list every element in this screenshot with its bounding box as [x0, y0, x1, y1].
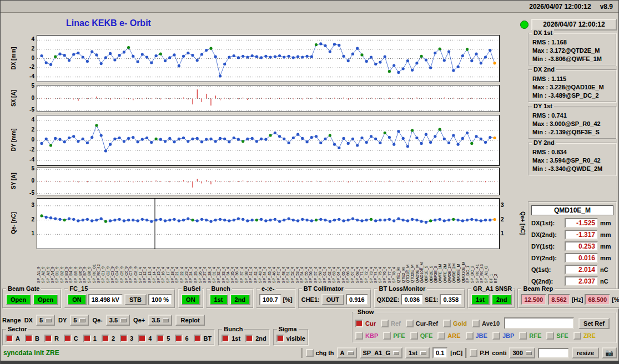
x-axis-label: SP_72_4 [364, 251, 369, 283]
toggle-JBP[interactable]: JBP [492, 332, 514, 340]
qxd2e-label: QXD2E: [377, 296, 400, 303]
qmd-row: DX(1st): -1.525 mm [531, 218, 613, 228]
toggle-Ave10[interactable]: Ave10 [472, 320, 500, 327]
range-dx-select[interactable]: 5 [36, 315, 55, 326]
toggle-A[interactable]: A [6, 335, 20, 342]
count-input[interactable] [538, 348, 569, 358]
bunch-order-select[interactable]: 1st [405, 347, 430, 358]
checkbox[interactable] [245, 335, 253, 342]
checkbox[interactable] [120, 335, 128, 342]
ph-checkbox[interactable] [470, 349, 477, 357]
stat-max: Max : 3.228@QAD10E_M [532, 83, 614, 92]
qmd-row: DY(2nd): 0.016 mm [531, 253, 613, 263]
checkbox[interactable] [102, 335, 109, 342]
checkbox[interactable] [175, 335, 183, 342]
checkbox[interactable] [437, 332, 445, 340]
sigma-visible-toggle[interactable]: visible [276, 335, 305, 342]
checkbox[interactable] [194, 335, 202, 342]
checkbox[interactable] [25, 335, 33, 342]
checkbox[interactable] [472, 320, 480, 327]
checkbox[interactable] [6, 335, 13, 342]
checkbox[interactable] [157, 335, 164, 342]
toggle-ZRE[interactable]: ZRE [573, 332, 596, 340]
checkbox[interactable] [83, 335, 91, 342]
bunch-1st-button[interactable]: 1st [209, 294, 228, 305]
set-ref-button[interactable]: Set Ref [578, 318, 610, 329]
toggle-RFE[interactable]: RFE [519, 332, 541, 340]
checkbox[interactable] [383, 332, 391, 340]
che1-out-button[interactable]: OUT [321, 294, 344, 305]
toggle-C[interactable]: C [64, 335, 78, 342]
checkbox[interactable] [443, 320, 451, 327]
checkbox[interactable] [546, 332, 554, 340]
bottom-strip [1, 361, 619, 364]
replot-button[interactable]: Replot [175, 315, 204, 326]
checkbox[interactable] [222, 335, 229, 342]
toggle-2nd[interactable]: 2nd [245, 335, 266, 342]
toggle-Gold[interactable]: Gold [443, 320, 467, 327]
stat-min: Min : -2.139@QBF3E_S [532, 128, 614, 136]
conti-label: conti [492, 350, 506, 356]
checkbox[interactable] [355, 320, 363, 327]
toggle-B[interactable]: B [25, 335, 39, 342]
gr-a1-1st-button[interactable]: 1st [471, 294, 490, 305]
checkbox[interactable] [492, 332, 500, 340]
toggle-1st[interactable]: 1st [222, 335, 240, 342]
toggle-Cur[interactable]: Cur [355, 320, 376, 327]
x-axis-label: SP_76_4 [383, 251, 387, 283]
y-tick-label: 2 [22, 216, 34, 223]
chg-th-toggle[interactable]: chg th [306, 349, 334, 357]
checkbox[interactable] [355, 332, 363, 340]
device-select[interactable]: SP_A1_G [360, 347, 403, 358]
beam-gate-open1-button[interactable]: Open [6, 294, 31, 305]
range-qep-select[interactable]: 3.5 [148, 315, 172, 326]
checkbox[interactable] [466, 332, 474, 340]
toggle-QFE[interactable]: QFE [410, 332, 433, 340]
checkbox[interactable] [64, 335, 72, 342]
toggle-SFE[interactable]: SFE [546, 332, 568, 340]
checkbox[interactable] [44, 335, 52, 342]
toggle-ARE[interactable]: ARE [437, 332, 460, 340]
fc15-on-button[interactable]: ON [67, 294, 87, 305]
ref-input[interactable] [504, 317, 574, 329]
checkbox[interactable] [410, 332, 418, 340]
toggle-6[interactable]: 6 [175, 335, 188, 342]
busel-on-button[interactable]: ON [181, 294, 200, 305]
toggle-2[interactable]: 2 [102, 335, 115, 342]
checkbox[interactable] [406, 320, 414, 327]
toggle-JBE[interactable]: JBE [466, 332, 487, 340]
toggle-BT[interactable]: BT [194, 335, 212, 342]
beam-gate-open2-button[interactable]: Open [33, 294, 58, 305]
toggle-KBP[interactable]: KBP [355, 332, 378, 340]
sigma-visible-checkbox[interactable] [276, 335, 284, 342]
toggle-1[interactable]: 1 [83, 335, 97, 342]
range-dy-select[interactable]: 5 [70, 315, 89, 326]
sigma-group-title: Sigma [277, 326, 299, 332]
toggle-PFE[interactable]: PFE [383, 332, 405, 340]
chg-th-checkbox[interactable] [306, 349, 314, 357]
toggle-Cur-Ref[interactable]: Cur-Ref [406, 320, 438, 327]
range-qem-select[interactable]: 3.5 [106, 315, 130, 326]
count-select[interactable]: 300 [509, 347, 535, 358]
gr-a1-2nd-button[interactable]: 2nd [491, 294, 512, 305]
fc15-stb-button[interactable]: STB [124, 294, 147, 305]
toggle-Ref[interactable]: Ref [381, 320, 401, 327]
toggle-R[interactable]: R [44, 335, 59, 342]
sector-select[interactable]: A [337, 347, 357, 358]
bunch-2nd-button[interactable]: 2nd [230, 294, 251, 305]
checkbox[interactable] [519, 332, 527, 340]
fc15-group-title: FC_15 [68, 285, 89, 292]
checkbox[interactable] [138, 335, 146, 342]
x-axis-label: SP_13_4 [148, 251, 152, 283]
x-axis-label: QBF2E_S [429, 251, 434, 283]
camera-button[interactable]: 📷 [602, 347, 617, 358]
checkbox[interactable] [381, 320, 389, 327]
plot-ylabel: DX [mm] [11, 47, 17, 69]
resize-button[interactable]: resize [572, 347, 599, 358]
toggle-3[interactable]: 3 [120, 335, 133, 342]
toggle-5[interactable]: 5 [157, 335, 170, 342]
ph-toggle[interactable]: P.H [470, 349, 489, 357]
x-axis-label: SP_52_4 [290, 251, 295, 283]
toggle-4[interactable]: 4 [138, 335, 152, 342]
checkbox[interactable] [573, 332, 581, 340]
